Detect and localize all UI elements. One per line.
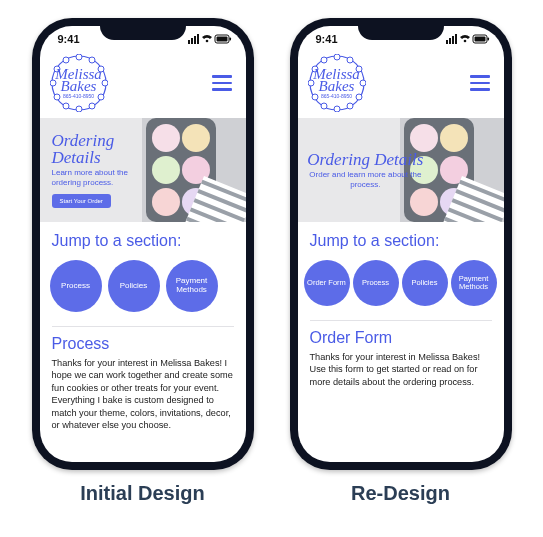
chip-order-form[interactable]: Order Form — [304, 260, 350, 306]
hero-banner: Ordering Details Order and learn more ab… — [298, 118, 504, 222]
status-time: 9:41 — [316, 33, 338, 45]
section-title-process: Process — [40, 327, 246, 357]
hero-subtitle: Order and learn more about the process. — [306, 170, 426, 189]
redesign-column: 9:41 Melissa Bakes 865-410-8950 — [290, 18, 512, 505]
menu-icon[interactable] — [212, 75, 232, 91]
phone-comparison: 9:41 Melissa Bakes 865-410-8950 — [32, 18, 512, 505]
hero-content: Ordering Details Learn more about the or… — [40, 132, 159, 207]
phone-notch — [100, 18, 186, 40]
hero-content: Ordering Details Order and learn more ab… — [298, 151, 426, 189]
phone-screen-redesign: 9:41 Melissa Bakes 865-410-8950 — [298, 26, 504, 462]
hero-subtitle: Learn more about the ordering process. — [52, 168, 159, 187]
caption-redesign: Re-Design — [351, 482, 450, 505]
logo-text: Melissa Bakes 865-410-8950 — [55, 68, 102, 99]
initial-design-column: 9:41 Melissa Bakes 865-410-8950 — [32, 18, 254, 505]
phone-frame-initial: 9:41 Melissa Bakes 865-410-8950 — [32, 18, 254, 470]
section-body-process: Thanks for your interest in Melissa Bake… — [40, 357, 246, 432]
logo-phone: 865-410-8950 — [313, 94, 360, 98]
phone-frame-redesign: 9:41 Melissa Bakes 865-410-8950 — [290, 18, 512, 470]
app-header: Melissa Bakes 865-410-8950 — [40, 52, 246, 118]
logo-badge[interactable]: Melissa Bakes 865-410-8950 — [50, 54, 108, 112]
jump-section-title: Jump to a section: — [40, 222, 246, 256]
signal-wifi-battery-icon — [188, 34, 232, 44]
chip-process[interactable]: Process — [50, 260, 102, 312]
chip-process[interactable]: Process — [353, 260, 399, 306]
logo-line2: Bakes — [55, 80, 102, 93]
status-icons — [188, 34, 232, 44]
caption-initial: Initial Design — [80, 482, 204, 505]
phone-notch — [358, 18, 444, 40]
chip-policies[interactable]: Policies — [108, 260, 160, 312]
chip-policies[interactable]: Policies — [402, 260, 448, 306]
chip-payment-methods[interactable]: Payment Methods — [166, 260, 218, 312]
menu-icon[interactable] — [470, 75, 490, 91]
section-title-order-form: Order Form — [298, 321, 504, 351]
logo-badge[interactable]: Melissa Bakes 865-410-8950 — [308, 54, 366, 112]
hero-banner: Ordering Details Learn more about the or… — [40, 118, 246, 222]
status-time: 9:41 — [58, 33, 80, 45]
signal-wifi-battery-icon — [446, 34, 490, 44]
logo-text: Melissa Bakes 865-410-8950 — [313, 68, 360, 99]
section-body-order-form: Thanks for your interest in Melissa Bake… — [298, 351, 504, 388]
phone-screen-initial: 9:41 Melissa Bakes 865-410-8950 — [40, 26, 246, 462]
hero-title: Ordering Details — [52, 132, 159, 166]
logo-line2: Bakes — [313, 80, 360, 93]
app-header: Melissa Bakes 865-410-8950 — [298, 52, 504, 118]
jump-section-title: Jump to a section: — [298, 222, 504, 256]
chip-payment-methods[interactable]: Payment Methods — [451, 260, 497, 306]
section-chips: Order Form Process Policies Payment Meth… — [298, 256, 504, 314]
section-chips: Process Policies Payment Methods — [40, 256, 246, 320]
status-icons — [446, 34, 490, 44]
start-order-button[interactable]: Start Your Order — [52, 194, 111, 208]
hero-title: Ordering Details — [306, 151, 426, 168]
logo-phone: 865-410-8950 — [55, 94, 102, 98]
